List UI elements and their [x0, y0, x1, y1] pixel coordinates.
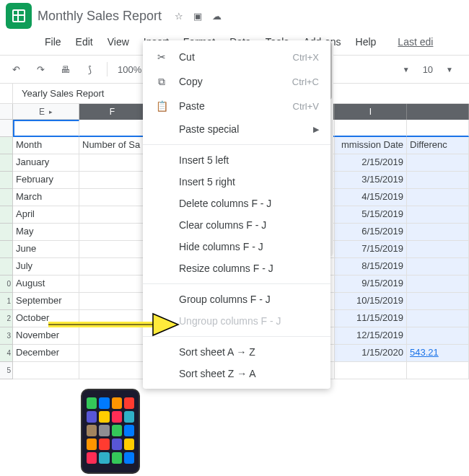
cell-month[interactable]: September [13, 293, 79, 310]
menu-delete-cols[interactable]: Delete columns F - J [143, 193, 330, 214]
cell-date[interactable]: 6/15/2019 [335, 224, 407, 241]
row-number[interactable]: 4 [0, 345, 13, 362]
row-number[interactable] [0, 120, 13, 137]
cell-diff[interactable]: 543.21 [407, 345, 469, 362]
row-number[interactable] [0, 258, 13, 276]
cell-commission-header[interactable]: mmission Date [335, 137, 407, 154]
print-icon[interactable]: 🖶 [58, 62, 72, 76]
menu-sort-za[interactable]: Sort sheet Z → A [143, 363, 330, 384]
cell-month[interactable]: January [13, 154, 79, 172]
cell-month[interactable]: December [13, 345, 79, 362]
menu-file[interactable]: File [38, 33, 69, 50]
cell-diff[interactable] [407, 189, 469, 206]
menu-copy[interactable]: ⧉ Copy Ctrl+C [143, 69, 330, 94]
cell-diff[interactable] [407, 258, 469, 276]
paint-format-icon[interactable]: ⟆ [82, 62, 97, 76]
cell-month-header[interactable]: Month [13, 137, 79, 154]
row-number[interactable] [0, 206, 13, 224]
cell[interactable] [13, 362, 79, 379]
row-number[interactable]: 1 [0, 293, 13, 310]
col-header-i[interactable]: I [335, 104, 407, 120]
svg-marker-2 [153, 314, 178, 335]
cell-month[interactable]: August [13, 276, 79, 293]
menu-paste-special[interactable]: Paste special ▶ [143, 118, 330, 140]
cell-date[interactable]: 7/15/2019 [335, 241, 407, 258]
cell[interactable] [13, 120, 79, 137]
menu-paste[interactable]: 📋 Paste Ctrl+V [143, 94, 330, 118]
cell[interactable] [407, 362, 469, 379]
cell-diff[interactable] [407, 172, 469, 189]
font-size-dropdown-icon[interactable]: ▼ [446, 66, 453, 74]
cell-month[interactable]: July [13, 258, 79, 276]
select-all-corner[interactable] [0, 104, 13, 120]
menu-group-cols[interactable]: Group columns F - J [143, 288, 330, 310]
sheet-tab[interactable]: Yearly Sales Report [13, 85, 113, 102]
menu-insert-right[interactable]: Insert 5 right [143, 171, 330, 193]
cell-date[interactable]: 9/15/2019 [335, 276, 407, 293]
cell-month[interactable]: June [13, 241, 79, 258]
cell[interactable] [335, 362, 407, 379]
last-edit-link[interactable]: Last edi [390, 33, 440, 50]
redo-icon[interactable]: ↷ [33, 62, 48, 76]
menu-resize-cols[interactable]: Resize columns F - J [143, 257, 330, 279]
cell-diff[interactable] [407, 310, 469, 327]
cell-month[interactable]: March [13, 189, 79, 206]
menu-view[interactable]: View [100, 33, 136, 50]
row-number[interactable] [0, 189, 13, 206]
cell-date[interactable]: 8/15/2019 [335, 258, 407, 276]
cell[interactable] [335, 120, 407, 137]
row-number[interactable] [0, 224, 13, 241]
name-box[interactable] [0, 84, 13, 103]
doc-title[interactable]: Monthly Sales Report [38, 9, 162, 24]
row-number[interactable] [0, 241, 13, 258]
cell-date[interactable]: 5/15/2019 [335, 206, 407, 224]
zoom-level[interactable]: 100% [118, 64, 141, 75]
cell-date[interactable]: 12/15/2019 [335, 327, 407, 345]
cell-month[interactable]: April [13, 206, 79, 224]
col-header-f[interactable]: F [79, 104, 146, 120]
cell-date[interactable]: 11/15/2019 [335, 310, 407, 327]
menu-edit[interactable]: Edit [69, 33, 100, 50]
row-number[interactable]: 3 [0, 327, 13, 345]
cell[interactable] [407, 120, 469, 137]
row-number[interactable]: 0 [0, 276, 13, 293]
cell-diff[interactable] [407, 276, 469, 293]
cell-diff[interactable] [407, 241, 469, 258]
move-icon[interactable]: ▣ [193, 11, 202, 22]
col-header-e[interactable]: E▸ [13, 104, 79, 120]
cloud-icon[interactable]: ☁ [212, 11, 222, 22]
cell-month[interactable]: February [13, 172, 79, 189]
menu-cut[interactable]: ✂ Cut Ctrl+X [143, 45, 330, 69]
cell-diff[interactable] [407, 224, 469, 241]
menu-sort-az[interactable]: Sort sheet A → Z [143, 341, 330, 363]
menu-hide-cols[interactable]: Hide columns F - J [143, 236, 330, 257]
cell-date[interactable]: 3/15/2019 [335, 172, 407, 189]
cell-diff-header[interactable]: Differenc [407, 137, 469, 154]
sheets-logo[interactable] [6, 3, 32, 29]
row-number[interactable] [0, 154, 13, 172]
row-number[interactable] [0, 172, 13, 189]
cell-date[interactable]: 1/15/2020 [335, 345, 407, 362]
undo-icon[interactable]: ↶ [9, 62, 23, 76]
star-icon[interactable]: ☆ [175, 11, 183, 22]
cell-month[interactable]: May [13, 224, 79, 241]
embedded-image[interactable] [81, 389, 140, 474]
cell-diff[interactable] [407, 293, 469, 310]
menu-clear-cols[interactable]: Clear columns F - J [143, 214, 330, 236]
font-dropdown-icon[interactable]: ▼ [403, 66, 410, 74]
col-header-j[interactable] [407, 104, 469, 120]
cell-diff[interactable] [407, 154, 469, 172]
annotation-arrow [45, 310, 182, 339]
cell-date[interactable]: 10/15/2019 [335, 293, 407, 310]
cut-icon: ✂ [154, 50, 169, 64]
cell-diff[interactable] [407, 327, 469, 345]
menu-help[interactable]: Help [349, 33, 384, 50]
cell-date[interactable]: 4/15/2019 [335, 189, 407, 206]
row-number[interactable] [0, 137, 13, 154]
row-number[interactable]: 5 [0, 362, 13, 379]
cell-diff[interactable] [407, 206, 469, 224]
row-number[interactable]: 2 [0, 310, 13, 327]
menu-insert-left[interactable]: Insert 5 left [143, 149, 330, 171]
font-size[interactable]: 10 [423, 64, 433, 75]
cell-date[interactable]: 2/15/2019 [335, 154, 407, 172]
